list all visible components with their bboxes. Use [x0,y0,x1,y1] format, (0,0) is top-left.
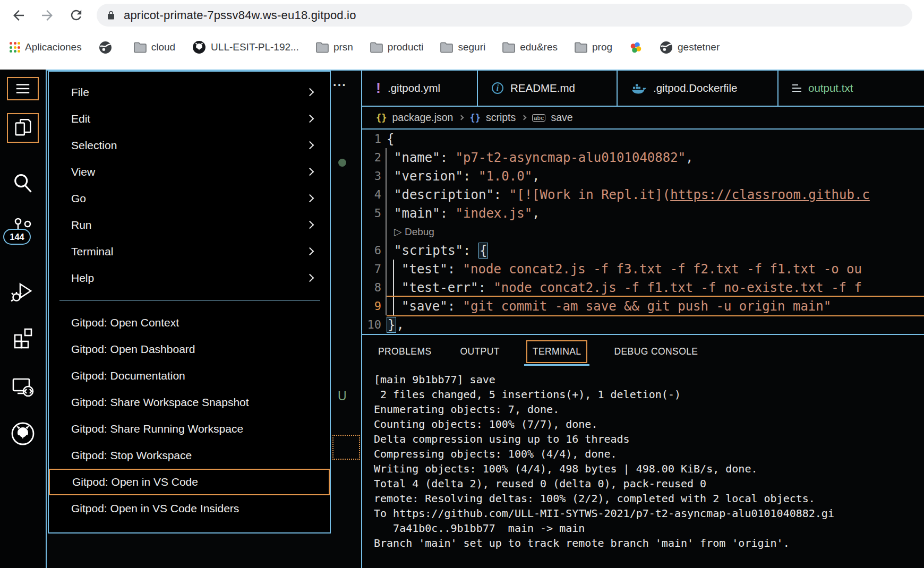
bookmark-seguri[interactable]: seguri [440,41,485,53]
menu-item-view[interactable]: View [49,159,330,185]
remote-explorer-button[interactable] [0,375,46,399]
terminal-output[interactable]: [main 9b1bb77] save 2 files changed, 5 i… [362,368,924,550]
back-icon[interactable] [11,7,27,23]
bookmark-github-repo[interactable]: ULL-ESIT-PL-192... [192,40,299,54]
debug-codelens[interactable]: ▷ Debug [394,226,434,238]
bookmark-gestetner[interactable]: gestetner [660,41,720,54]
json-colon: : [448,299,463,314]
panel-tab-terminal[interactable]: TERMINAL [526,340,588,363]
bookmark-label: cloud [151,41,175,53]
folder-icon [134,42,147,53]
bookmark-cloud[interactable]: cloud [134,41,175,53]
json-key: "main" [394,206,440,221]
breadcrumb-symbol-scripts[interactable]: scripts [486,111,516,124]
bracket-match: { [478,243,488,259]
panel-tab-output[interactable]: OUTPUT [458,341,501,362]
breadcrumb-file[interactable]: package.json [392,111,453,124]
focus-outline-box [332,435,360,460]
menu-item-label: Gitpod: Share Workspace Snapshot [71,396,249,409]
bookmark-edures[interactable]: edu&res [502,41,558,53]
extensions-button[interactable] [0,325,46,349]
submenu-chevron-icon [306,168,314,176]
menu-item-gitpod-documentation[interactable]: Gitpod: Documentation [49,363,330,389]
menu-item-gitpod-stop-workspace[interactable]: Gitpod: Stop Workspace [49,442,330,469]
json-value: "node concat2.js -f f3.txt -f f2.txt -f … [463,262,862,277]
code-line: 7 "test": "node concat2.js -f f3.txt -f … [362,260,924,278]
github-button[interactable] [0,421,46,446]
terminal-line: [main 9b1bb77] save [374,372,924,387]
bookmark-label: producti [388,41,424,53]
bookmark-prsn[interactable]: prsn [316,41,353,53]
url-bar[interactable]: apricot-primate-7pssv84w.ws-eu18.gitpod.… [97,4,912,27]
menu-item-go[interactable]: Go [49,185,330,212]
menu-item-help[interactable]: Help [49,265,330,291]
git-untracked-badge: U [338,389,347,403]
json-colon: : [494,187,509,202]
tab-output-txt[interactable]: output.txt [778,71,924,106]
code-editor[interactable]: 1 { 2 "name": "p7-t2-asyncmap-alu0101040… [362,130,924,334]
tab-gitpod-yml[interactable]: ! .gitpod.yml [362,71,478,106]
terminal-line: Total 4 (delta 2), reused 0 (delta 0), p… [374,476,924,491]
submenu-chevron-icon [306,247,314,256]
code-line: 4 "description": "[![Work in Repl.it](ht… [362,185,924,204]
json-value-link[interactable]: https://classroom.github.c [670,187,870,202]
tab-gitpod-dockerfile[interactable]: .gitpod.Dockerfile [618,71,778,106]
menu-item-label: Gitpod: Open Dashboard [71,343,195,356]
tab-readme-md[interactable]: i README.md [478,71,618,106]
explorer-button[interactable] [0,113,46,143]
line-number: 2 [362,151,381,164]
menu-item-file[interactable]: File [49,79,330,106]
breadcrumb-symbol-save[interactable]: save [551,111,572,124]
run-debug-button[interactable] [0,280,46,304]
bookmark-apps[interactable]: Aplicaciones [10,41,82,53]
bookmark-globe[interactable] [99,41,117,54]
source-control-button[interactable]: 144 [0,217,46,238]
menu-item-label: Edit [71,113,90,125]
menu-item-gitpod-open-context[interactable]: Gitpod: Open Context [49,309,330,336]
search-button[interactable] [0,171,46,195]
submenu-chevron-icon [306,115,314,123]
menu-item-gitpod-share-running-workspace[interactable]: Gitpod: Share Running Workspace [49,416,330,442]
panel-tab-problems[interactable]: PROBLEMS [376,341,433,362]
terminal-line: To https://github.com/ULL-MII-SYTWS-2021… [374,506,924,521]
terminal-line: Branch 'main' set up to track remote bra… [374,536,924,550]
codelens-label: Debug [405,226,434,237]
json-colon: : [478,280,494,295]
menu-item-run[interactable]: Run [49,212,330,238]
bookmark-prog[interactable]: prog [575,41,612,53]
url-text: apricot-primate-7pssv84w.ws-eu18.gitpod.… [124,8,356,22]
menu-item-selection[interactable]: Selection [49,132,330,159]
menu-item-terminal[interactable]: Terminal [49,238,330,265]
menu-item-gitpod-open-dashboard[interactable]: Gitpod: Open Dashboard [49,336,330,363]
line-number: 6 [362,244,381,257]
menu-item-gitpod-share-workspace-snapshot[interactable]: Gitpod: Share Workspace Snapshot [49,389,330,416]
sidebar-sliver: ··· U [332,71,361,568]
more-actions-icon[interactable]: ··· [333,78,347,92]
terminal-line: 7a41b0c..9b1bb77 main -> main [374,521,924,536]
bookmark-label: Aplicaciones [25,41,82,53]
forward-icon[interactable] [39,7,55,23]
panel-tab-debug-console[interactable]: DEBUG CONSOLE [612,341,700,362]
submenu-chevron-icon [306,141,314,150]
docker-whale-icon [631,82,646,94]
json-colon: : [463,169,478,184]
activity-bar: 144 [0,70,47,568]
menu-item-label: Selection [71,139,117,152]
bookmark-photos[interactable] [629,41,643,54]
remote-explorer-icon [11,375,35,399]
json-key: "version" [394,169,463,184]
menu-item-edit[interactable]: Edit [49,106,330,132]
json-value: "[![Work in Repl.it]( [509,187,670,202]
json-colon: : [448,262,463,277]
github-icon [192,40,206,54]
code-line: 6 "scripts": { [362,241,924,260]
menu-item-gitpod-open-in-vscode-insiders[interactable]: Gitpod: Open in VS Code Insiders [49,495,330,522]
menu-item-label: Gitpod: Stop Workspace [71,449,192,462]
menu-item-label: Gitpod: Open in VS Code Insiders [71,502,239,515]
menu-item-gitpod-open-in-vscode[interactable]: Gitpod: Open in VS Code [49,469,330,495]
bookmark-producti[interactable]: producti [370,41,424,53]
menu-hamburger-button[interactable] [0,77,46,100]
reload-icon[interactable] [68,7,84,23]
line-number: 9 [362,299,381,313]
line-number: 10 [362,318,381,331]
